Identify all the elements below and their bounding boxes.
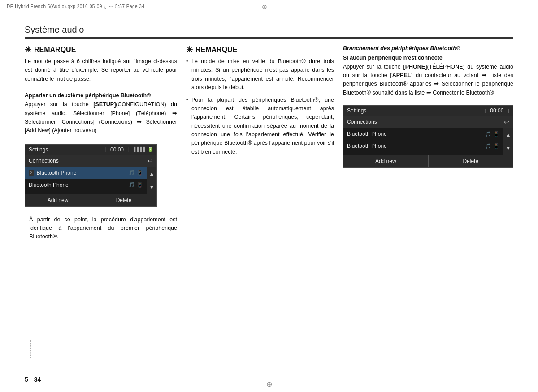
signal-bars-icon: ▌▌▌▌ [134,147,147,152]
ui2-header-time: 00:00 [490,108,503,114]
right-body-text: Appuyer sur la touche [PHONE](TÉLÉPHONE)… [343,63,513,98]
ui2-add-new-btn[interactable]: Add new [343,155,429,167]
ui2-separator2: | [508,108,509,113]
right-column: Branchement des périphériques Bluetooth®… [343,45,513,356]
left-sub-title: Apparier un deuxième périphérique Blueto… [25,92,177,99]
ui1-device-rows: 2 Bluetooth Phone 🎵 📱 Bluetooth Phone [25,167,147,194]
ui1-connections-label: Connections [29,158,59,164]
dash-text: À partir de ce point, la procédure d'app… [29,215,177,241]
ui2-separator: | [485,108,486,113]
ui2-device-1-left: Bluetooth Phone [347,131,387,137]
left-dash-para: - À partir de ce point, la procédure d'a… [25,215,177,241]
ui2-speaker2-icon: 📱 [493,143,499,149]
ui2-device-row-1: Bluetooth Phone 🎵 📱 [343,128,503,140]
ui1-header-title: Settings [29,146,100,153]
battery-icon: 🔋 [148,147,153,152]
ui2-footer: Add new Delete [343,155,513,167]
ui1-scroll-up[interactable]: ▲ [147,167,156,181]
ui2-device-rows: Bluetooth Phone 🎵 📱 Bluetooth Phone 🎵 [343,128,503,155]
ui2-header-title: Settings [347,108,480,114]
page-title: Système audio [25,25,84,34]
left-remarque-title: ✳ REMARQUE [25,45,177,55]
content-area: ✳ REMARQUE Le mot de passe à 6 chiffres … [25,45,513,356]
asterisk-icon-left: ✳ [25,45,31,55]
page-title-bar: Système audio [25,25,513,39]
ui1-delete-btn[interactable]: Delete [91,194,156,206]
mid-bullet-1: Le mode de mise en veille du Bluetooth® … [186,57,334,92]
left-column: ✳ REMARQUE Le mot de passe à 6 chiffres … [25,45,177,356]
phone-icon: 🎵 [129,170,135,176]
ui1-back-btn: ↩ [148,157,153,164]
right-section-heading: Branchement des périphériques Bluetooth®… [343,45,513,97]
ui1-footer: Add new Delete [25,194,156,206]
ui2-device-rows-wrapper: Bluetooth Phone 🎵 📱 Bluetooth Phone 🎵 [343,128,513,155]
left-remarque-heading: REMARQUE [34,46,76,54]
ui2-device-2-left: Bluetooth Phone [347,143,387,149]
crop-cross-top: ⊕ [260,0,269,13]
crop-text: DE Hybrid French 5(Audio).qxp 2016-05-09… [7,4,145,9]
ui1-separator: | [104,147,106,152]
asterisk-icon-mid: ✳ [186,45,193,55]
ui2-scroll-down[interactable]: ▼ [503,142,513,155]
ui1-device-2-left: Bluetooth Phone [29,182,69,188]
left-remarque-section: ✳ REMARQUE Le mot de passe à 6 chiffres … [25,45,177,83]
ui1-device-row-2: Bluetooth Phone 🎵 📱 [25,179,147,191]
ui1-scroll-col: ▲ ▼ [147,167,156,194]
ui1-device-row-1: 2 Bluetooth Phone 🎵 📱 [25,167,147,179]
setup-btn: [SETUP] [93,101,116,108]
page-number: 5 34 [25,376,41,383]
right-body-1: Appuyer sur la touche [343,64,404,70]
ui1-device-2-icons: 🎵 📱 [129,182,143,188]
ui-screenshot-1: Settings | 00:00 | ▌▌▌▌ 🔋 Connections ↩ … [25,144,157,207]
ui1-device-rows-wrapper: 2 Bluetooth Phone 🎵 📱 Bluetooth Phone [25,167,156,194]
ui2-device-2-icons: 🎵 📱 [485,143,499,149]
mid-remarque-title: ✳ REMARQUE [186,45,334,55]
ui1-device-1-name: Bluetooth Phone [37,170,77,176]
mid-remarque-section: ✳ REMARQUE Le mode de mise en veille du … [186,45,334,160]
ui2-delete-btn[interactable]: Delete [429,155,513,167]
right-heading-italic: Branchement des périphériques Bluetooth® [343,45,513,53]
ui2-device-1-name: Bluetooth Phone [347,131,387,137]
ui2-connections-row: Connections ↩ [343,116,513,128]
ui2-phone2-icon: 🎵 [485,143,491,149]
ui2-scroll-col: ▲ ▼ [503,128,513,155]
left-dashed-line [30,340,31,358]
speaker2-icon: 📱 [137,182,143,188]
speaker-icon: 📱 [137,170,143,176]
mid-bullet-1-text: Le mode de mise en veille du Bluetooth® … [191,58,334,90]
ui1-header-icons: ▌▌▌▌ 🔋 [134,147,153,152]
mid-column: ✳ REMARQUE Le mode de mise en veille du … [186,45,334,356]
ui2-back-btn: ↩ [504,118,509,125]
ui2-device-row-2: Bluetooth Phone 🎵 📱 [343,140,503,152]
ui2-scroll-up[interactable]: ▲ [503,128,513,142]
dash-symbol: - [25,215,26,241]
page-major: 5 [25,376,31,383]
appel-btn: [APPEL] [390,72,413,78]
ui1-add-new-btn[interactable]: Add new [25,194,91,206]
mid-bullet-list: Le mode de mise en veille du Bluetooth® … [186,57,334,156]
ui-screenshot-2: Settings | 00:00 | Connections ↩ Bluetoo… [343,105,513,168]
ui1-connections-row: Connections ↩ [25,155,156,167]
left-sub-section: Apparier un deuxième périphérique Blueto… [25,89,177,135]
bottom-crosshair: ⊕ [266,380,272,388]
ui1-header-time: 00:00 [110,146,124,153]
page-minor: 34 [34,376,41,383]
left-remarque-text: Le mot de passe à 6 chiffres indiqué sur… [25,57,177,83]
ui2-header: Settings | 00:00 | [343,106,513,116]
phone-btn: [PHONE] [404,64,427,70]
ui1-device-1-icons: 🎵 📱 [129,170,143,176]
phone2-icon: 🎵 [129,182,135,188]
right-subheading: Si aucun périphérique n'est connecté [343,55,513,61]
ui1-device-num: 2 [29,170,34,176]
ui1-scroll-down[interactable]: ▼ [147,181,156,194]
mid-bullet-2: Pour la plupart des périphériques Blueto… [186,96,334,157]
mid-remarque-heading: REMARQUE [195,46,237,54]
ui2-phone-icon: 🎵 [485,131,491,137]
ui1-separator2: | [128,147,130,152]
ui2-speaker-icon: 📱 [493,131,499,137]
crop-area: DE Hybrid French 5(Audio).qxp 2016-05-09… [0,0,538,13]
left-body-text: Appuyer sur la touche [SETUP](CONFIGURAT… [25,100,177,135]
left-body-text-1: Appuyer sur la touche [25,101,93,108]
ui1-device-1-left: 2 Bluetooth Phone [29,170,76,176]
ui2-device-2-name: Bluetooth Phone [347,143,387,149]
